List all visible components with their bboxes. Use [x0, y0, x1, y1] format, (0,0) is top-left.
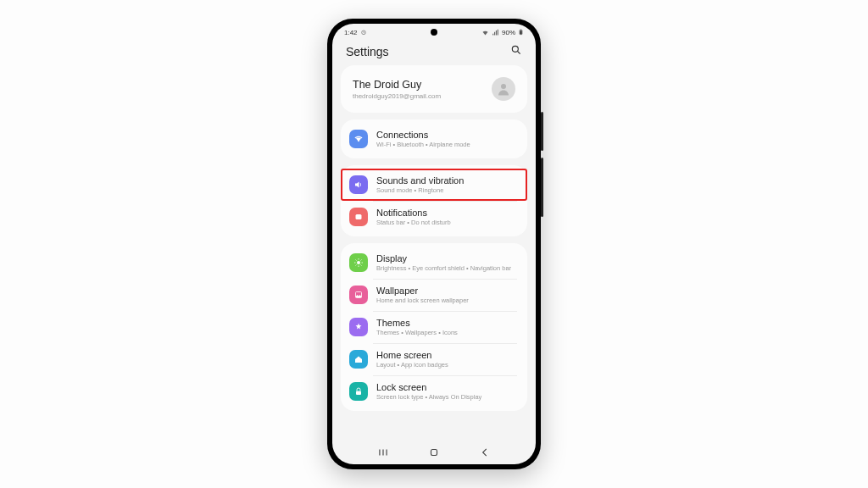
settings-item-display[interactable]: Display Brightness • Eye comfort shield …	[341, 247, 527, 279]
wifi-status-icon	[481, 29, 489, 36]
wallpaper-icon	[349, 286, 368, 304]
svg-rect-3	[520, 30, 521, 30]
settings-item-title: Themes	[376, 318, 458, 328]
settings-item-sub: Wi-Fi • Bluetooth • Airplane mode	[376, 141, 470, 148]
notification-icon	[349, 208, 368, 226]
settings-item-connections[interactable]: Connections Wi-Fi • Bluetooth • Airplane…	[341, 123, 527, 155]
battery-icon	[518, 28, 524, 36]
svg-point-8	[357, 261, 360, 264]
wifi-icon	[349, 130, 368, 148]
home-nav-icon	[428, 446, 440, 458]
lock-icon	[349, 382, 368, 401]
home-icon	[349, 350, 368, 369]
settings-item-title: Notifications	[376, 208, 451, 218]
svg-point-5	[501, 84, 506, 89]
settings-group: Connections Wi-Fi • Bluetooth • Airplane…	[341, 119, 527, 158]
settings-item-sounds[interactable]: Sounds and vibration Sound mode • Ringto…	[341, 169, 527, 201]
settings-item-sub: Layout • App icon badges	[376, 361, 448, 369]
svg-rect-2	[520, 30, 521, 34]
sound-icon	[349, 175, 368, 194]
account-name: The Droid Guy	[353, 79, 441, 91]
settings-list[interactable]: The Droid Guy thedroidguy2019@gmail.com …	[332, 65, 536, 442]
account-email: thedroidguy2019@gmail.com	[353, 92, 441, 100]
recents-button[interactable]	[377, 446, 389, 458]
power-button	[541, 158, 543, 217]
back-icon	[479, 446, 491, 458]
settings-item-title: Sounds and vibration	[376, 175, 464, 186]
settings-item-sub: Brightness • Eye comfort shield • Naviga…	[376, 264, 511, 272]
settings-item-title: Display	[376, 253, 511, 263]
svg-point-4	[512, 46, 518, 52]
volume-button	[541, 112, 543, 151]
screen: 1:42 90% Settings The Droid Guy	[332, 24, 536, 464]
themes-icon	[349, 318, 368, 336]
battery-percent: 90%	[502, 29, 515, 36]
status-time: 1:42	[344, 29, 358, 36]
settings-group: Sounds and vibration Sound mode • Ringto…	[341, 165, 527, 236]
settings-item-sub: Home and lock screen wallpaper	[376, 297, 469, 304]
back-button[interactable]	[479, 446, 491, 458]
settings-item-title: Connections	[376, 130, 470, 140]
search-button[interactable]	[510, 44, 522, 58]
signal-icon	[492, 29, 499, 36]
app-bar: Settings	[332, 41, 536, 65]
alarm-icon	[360, 29, 367, 36]
settings-item-lock-screen[interactable]: Lock screen Screen lock type • Always On…	[341, 375, 527, 408]
settings-item-sub: Themes • Wallpapers • Icons	[376, 329, 458, 336]
display-icon	[349, 253, 368, 272]
front-camera	[431, 29, 437, 36]
settings-item-sub: Sound mode • Ringtone	[376, 186, 464, 194]
settings-item-wallpaper[interactable]: Wallpaper Home and lock screen wallpaper	[341, 279, 527, 311]
svg-point-6	[358, 141, 359, 142]
settings-item-sub: Screen lock type • Always On Display	[376, 393, 481, 401]
svg-rect-7	[356, 214, 362, 219]
settings-item-home-screen[interactable]: Home screen Layout • App icon badges	[341, 343, 527, 375]
settings-item-title: Wallpaper	[376, 286, 469, 296]
recents-icon	[377, 446, 389, 458]
settings-item-title: Lock screen	[376, 382, 481, 392]
search-icon	[510, 44, 522, 56]
phone-frame: 1:42 90% Settings The Droid Guy	[327, 19, 541, 469]
svg-rect-10	[356, 391, 361, 396]
settings-item-themes[interactable]: Themes Themes • Wallpapers • Icons	[341, 311, 527, 343]
home-button[interactable]	[428, 446, 440, 458]
navigation-bar	[332, 442, 536, 464]
settings-item-sub: Status bar • Do not disturb	[376, 219, 451, 226]
page-title: Settings	[346, 45, 389, 58]
avatar	[492, 77, 515, 101]
account-card[interactable]: The Droid Guy thedroidguy2019@gmail.com	[341, 65, 527, 113]
svg-rect-11	[431, 450, 437, 456]
settings-group: Display Brightness • Eye comfort shield …	[341, 243, 527, 411]
settings-item-notifications[interactable]: Notifications Status bar • Do not distur…	[341, 201, 527, 233]
settings-item-title: Home screen	[376, 350, 448, 360]
